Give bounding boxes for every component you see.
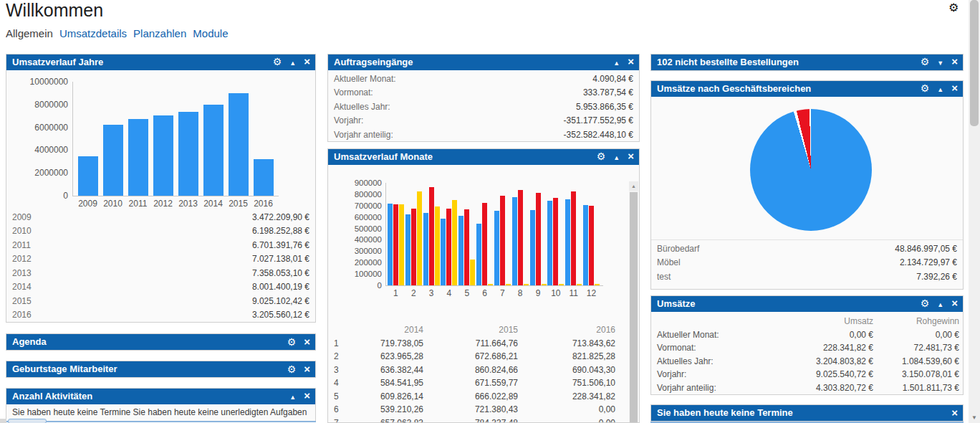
collapse-icon[interactable]: ▲ [613, 60, 620, 67]
bar-group-3 [423, 183, 440, 285]
collapse-icon[interactable]: ▲ [937, 86, 943, 93]
scroll-down-arrow-icon[interactable]: ▼ [969, 414, 980, 421]
table-cell: 636.382,44 [357, 363, 423, 377]
bar-group-7 [494, 183, 511, 285]
bar-2015-11 [571, 191, 576, 285]
close-icon[interactable]: × [304, 336, 310, 348]
panel-header-umsatzverlauf-jahre[interactable]: Umsatzverlauf Jahre ⚙▲× [6, 54, 315, 70]
list-item: 20148.001.400,19 € [6, 280, 315, 295]
list-item: 20159.025.102,42 € [6, 294, 315, 308]
bar-2015-10 [553, 198, 558, 285]
table-cell: 719.738,05 [357, 337, 423, 351]
table-cell: 228.341,82 € [759, 341, 873, 355]
x-axis-tick: 2011 [126, 199, 150, 209]
bar-group-1 [388, 183, 404, 285]
table-cell: 4 [328, 376, 357, 390]
panel-header-geschaeftsbereiche[interactable]: Umsätze nach Geschäftsbereichen ⚙▲× [651, 81, 963, 97]
x-axis-tick: 2009 [76, 199, 100, 209]
close-icon[interactable]: × [304, 389, 310, 401]
bars-area [75, 82, 276, 196]
page-scrollbar-thumb[interactable] [970, 0, 979, 126]
panel-umsatzverlauf-monate: Umsatzverlauf Monate ⚙▲× 900000800000700… [327, 148, 640, 423]
tab-allgemein[interactable]: Allgemein [6, 27, 53, 39]
bar-2015-5 [464, 209, 469, 285]
x-axis-tick: 2016 [251, 199, 276, 209]
panel-header-umsatzverlauf-monate[interactable]: Umsatzverlauf Monate ⚙▲× [328, 149, 639, 165]
close-icon[interactable]: × [628, 150, 634, 162]
y-axis-tick: 0 [328, 281, 382, 290]
gear-icon[interactable]: ⚙ [921, 82, 930, 94]
bar-2012 [153, 115, 173, 196]
table-cell: 672.686,21 [423, 350, 518, 363]
column-header [651, 315, 759, 328]
list-item: 20116.701.391,76 € [6, 238, 315, 252]
panel-header-geburtstage[interactable]: Geburtstage Mitarbeiter ⚙× [6, 361, 315, 377]
scroll-up-arrow-icon[interactable]: ▲ [629, 181, 638, 191]
table-cell: Aktueller Monat: [651, 328, 759, 342]
panel-scrollbar-thumb[interactable] [630, 192, 638, 423]
y-axis-tick: 300000 [328, 247, 382, 255]
y-axis-tick: 700000 [328, 201, 382, 210]
panel-header-agenda[interactable]: Agenda ⚙× [6, 334, 315, 350]
y-axis-line [385, 183, 386, 285]
x-axis-tick: 7 [494, 288, 511, 298]
page-vertical-scrollbar[interactable]: ▼ [969, 0, 980, 423]
tab-module[interactable]: Module [193, 27, 228, 39]
panel-header-anzahl-aktivitaeten[interactable]: Anzahl Aktivitäten ▲× [6, 389, 315, 404]
close-icon[interactable]: × [951, 55, 958, 67]
panel-header-auftragseingaenge[interactable]: Auftragseingänge ▲× [328, 54, 639, 70]
activities-message: Sie haben heute keine Termine Sie haben … [6, 404, 315, 420]
bar-2009 [78, 156, 98, 196]
close-icon[interactable]: × [951, 82, 958, 94]
panel-header-umsaetze[interactable]: Umsätze ⚙▲× [651, 296, 963, 312]
collapse-icon[interactable]: ▲ [613, 154, 620, 161]
column-header: 2016 [518, 323, 615, 337]
table-cell: 657.063,83 [357, 417, 423, 423]
page-settings-gear-icon[interactable]: ⚙ [948, 1, 959, 14]
panel-keine-termine: Sie haben heute keine Termine × [650, 404, 964, 422]
table-cell: 2 [328, 350, 357, 363]
table-cell: 5 [328, 390, 357, 404]
horizontal-scrollbar-thumb[interactable] [8, 419, 47, 423]
column-header: Rohgewinn [873, 315, 959, 328]
list-item: Vorjahr:-351.177.552,95 € [328, 114, 639, 128]
collapse-icon[interactable]: ▲ [289, 60, 296, 67]
tab-umsatzdetails[interactable]: Umsatzdetails [59, 27, 127, 39]
x-axis-tick: 11 [565, 288, 582, 298]
panel-title: Auftragseingänge [334, 54, 605, 70]
bar-2015-1 [393, 204, 398, 285]
panel-title: Umsatzverlauf Monate [334, 149, 589, 165]
panel-header-bestellungen[interactable]: 102 nicht bestellte Bestellungen ⚙▼× [651, 54, 963, 70]
pie-chart [750, 109, 872, 231]
x-axis-tick: 2015 [226, 199, 251, 209]
table-cell: 711.664,76 [423, 337, 518, 351]
bar-2016-7 [506, 284, 511, 285]
x-axis-line [385, 285, 603, 286]
close-icon[interactable]: × [304, 363, 310, 375]
gear-icon[interactable]: ⚙ [921, 298, 930, 309]
panel-agenda: Agenda ⚙× [6, 333, 316, 351]
expand-icon[interactable]: ▼ [937, 60, 943, 67]
y-axis-tick: 800000 [328, 190, 382, 199]
bar-group-8 [512, 183, 529, 285]
close-icon[interactable]: × [951, 297, 958, 309]
close-icon[interactable]: × [304, 55, 310, 67]
gear-icon[interactable]: ⚙ [597, 151, 606, 162]
gear-icon[interactable]: ⚙ [921, 56, 930, 67]
close-icon[interactable]: × [628, 55, 634, 67]
tab-planzahlen[interactable]: Planzahlen [133, 27, 186, 39]
panel-header-keine-termine[interactable]: Sie haben heute keine Termine × [651, 405, 963, 421]
collapse-icon[interactable]: ▲ [937, 301, 943, 308]
y-axis-tick: 400000 [328, 235, 382, 244]
collapse-icon[interactable]: ▲ [289, 394, 296, 401]
panel-title: Anzahl Aktivitäten [12, 389, 282, 404]
table-cell: 72.481,73 € [873, 341, 959, 355]
table-cell: 623.965,28 [357, 350, 423, 363]
bar-2014-5 [458, 216, 463, 285]
panel-vertical-scrollbar[interactable]: ▲ [629, 181, 638, 423]
close-icon[interactable]: × [951, 407, 958, 419]
bar-group-4 [441, 183, 457, 285]
gear-icon[interactable]: ⚙ [273, 56, 282, 67]
gear-icon[interactable]: ⚙ [287, 363, 297, 375]
gear-icon[interactable]: ⚙ [287, 336, 297, 348]
